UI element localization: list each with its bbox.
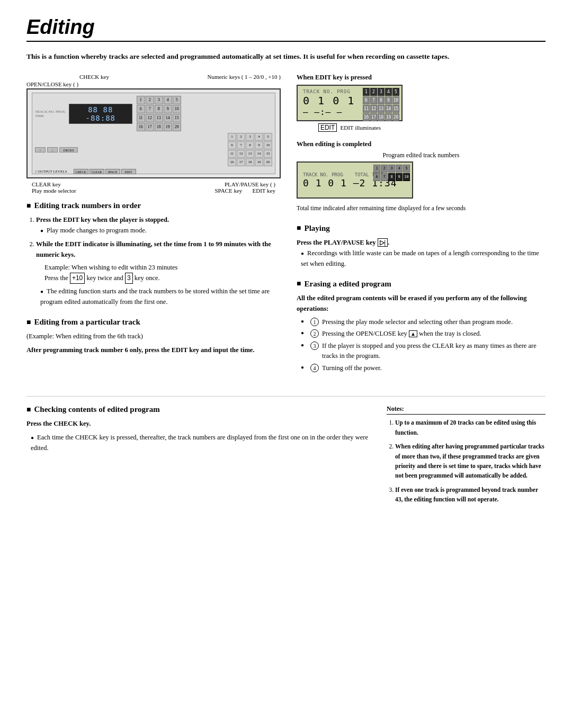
playing-bullets: Recordings with little waste can be made… <box>297 248 546 269</box>
edit-display-time: – –:– – <box>303 107 355 117</box>
numeric-keys-label: Numeric keys ( 1 – 20/0 , +10 ) <box>208 74 281 80</box>
plus10-key: +10 <box>70 273 85 284</box>
device-row-1: TRACK NO. PROGTIME 88 88 -88:88 12345 67… <box>35 96 272 131</box>
bottom-layout: Checking contents of edited program Pres… <box>26 396 546 508</box>
note-2-text: When editing after having programmed par… <box>395 443 544 479</box>
note-1-text: Up to a maximum of 20 tracks can be edit… <box>395 419 536 435</box>
numeric-grid-top: 12345 678910 1112131415 1617181920 <box>137 96 181 131</box>
bottom-labels-2: Play mode selector SPACE key EDIT key <box>26 187 281 194</box>
stop-btn[interactable]: STOP <box>121 178 136 178</box>
erasing-text-1: Pressing the play mode selector and sele… <box>322 317 513 327</box>
edit-pressed-panel: When EDIT key is pressed TRACK NO. PROG … <box>297 74 546 132</box>
erasing-text-3: If the player is stopped and you press t… <box>322 341 546 361</box>
step-2-bullets: The editing function starts and the trac… <box>36 286 281 307</box>
step-2-example: Example: When wishing to edit within 23 … <box>44 262 281 284</box>
checking-bullet: Each time the CHECK key is pressed, ther… <box>31 432 376 453</box>
checking-sub: Press the CHECK key. <box>26 418 376 429</box>
device-display: 88 88 -88:88 <box>69 104 132 124</box>
editing-from-track-body: (Example: When editing from the 6th trac… <box>26 331 281 355</box>
erasing-item-2: 2 Pressing the OPEN/CLOSE key ▲ when the… <box>301 329 546 339</box>
open-close-row: OPEN/CLOSE key ( ) <box>26 81 281 87</box>
device-box: TRACK NO. PROGTIME 88 88 -88:88 12345 67… <box>26 88 281 178</box>
editing-in-order-section: Editing track numbers in order Press the… <box>26 201 281 307</box>
transport-row: OPEN/CLOSE TRACK PROGRAM TIME SINGLE STO… <box>35 178 136 178</box>
edit-track-grid: 1 2 3 4 5 6 7 8 9 10 11 <box>363 88 399 121</box>
erasing-header: Erasing a edited program <box>297 280 546 289</box>
track-grid-display: 1 2 3 4 5 6 7 8 9 10 11 <box>363 88 399 121</box>
erasing-list: 1 Pressing the play mode selector and se… <box>297 317 546 373</box>
step-1-bullets: Play mode changes to program mode. <box>36 225 281 236</box>
notes-title: Notes: <box>387 405 546 415</box>
editing-in-order-header: Editing track numbers in order <box>26 201 281 210</box>
edit-key-indicator: EDIT <box>318 123 337 132</box>
checking-bullets: Each time the CHECK key is pressed, ther… <box>26 432 376 453</box>
left-column: CHECK key Numeric keys ( 1 – 20/0 , +10 … <box>26 74 281 383</box>
open-close-btn[interactable]: OPEN/CLOSE <box>35 178 52 178</box>
diagram-bottom-labels: CLEAR key PLAY/PAUSE key ( ) <box>26 181 281 187</box>
playing-header: Playing <box>297 224 546 233</box>
clear-key-label: CLEAR key <box>32 181 61 187</box>
editing-completed-subtitle: Program edited track numbers <box>297 151 546 159</box>
device-row-3: ↕ OUTPUT LEVELS CHECK CLEAR SPACE EDIT <box>35 169 272 174</box>
device-row-4: OPEN/CLOSE TRACK PROGRAM TIME SINGLE STO… <box>35 178 272 178</box>
device-row-2: ↑ ↓ DECK0 12345 678910 1112131415 161718… <box>35 133 272 166</box>
step-2-example-label: Example: When wishing to edit within 23 … <box>44 264 177 271</box>
erasing-text-2: Pressing the OPEN/CLOSE key ▲ when the t… <box>322 329 481 339</box>
checking-header: Checking contents of edited program <box>26 405 376 414</box>
step-1-text: Press the EDIT key when the player is st… <box>36 216 169 223</box>
erasing-section: Erasing a edited program All the edited … <box>297 280 546 373</box>
diagram-top-labels: CHECK key Numeric keys ( 1 – 20/0 , +10 … <box>26 74 281 80</box>
play-pause-key-label: PLAY/PAUSE key ( ) <box>225 181 275 187</box>
erasing-intro: All the edited program contents will be … <box>297 293 546 314</box>
notes-section: Notes: Up to a maximum of 20 tracks can … <box>387 405 546 508</box>
circle-2: 2 <box>310 329 319 338</box>
edit-illuminates-wrapper: EDIT EDIT illuminates <box>297 123 403 132</box>
main-layout: CHECK key Numeric keys ( 1 – 20/0 , +10 … <box>26 74 546 383</box>
track-btn[interactable]: TRACK <box>53 178 68 178</box>
circle-3: 3 <box>310 341 319 350</box>
check-key-label: CHECK key <box>79 74 109 80</box>
device-inner: TRACK NO. PROGTIME 88 88 -88:88 12345 67… <box>32 93 275 174</box>
open-close-label: OPEN/CLOSE key ( ) <box>26 81 78 87</box>
editing-completed-display-wrapper: TRACK NO. PROG TOTAL TIME 0 1 0 1 –2 1:3… <box>297 161 413 201</box>
circle-1: 1 <box>310 318 319 326</box>
device-diagram-wrapper: CHECK key Numeric keys ( 1 – 20/0 , +10 … <box>26 74 281 194</box>
editing-from-track-bold: After programming track number 6 only, p… <box>26 345 281 355</box>
right-column: When EDIT key is pressed TRACK NO. PROG … <box>297 74 546 383</box>
track-prog-label: TRACK NO. PROG <box>303 89 355 94</box>
playing-section: Playing Press the PLAY/PAUSE key ▷|. Rec… <box>297 224 546 269</box>
editing-in-order-steps: Press the EDIT key when the player is st… <box>26 214 281 307</box>
note-3-text: If even one track is programmed beyond t… <box>395 487 538 502</box>
checking-section: Checking contents of edited program Pres… <box>26 405 376 508</box>
step-1-bullet: Play mode changes to program mode. <box>40 225 281 236</box>
edit-pressed-title: When EDIT key is pressed <box>297 74 546 82</box>
note-3: If even one track is programmed beyond t… <box>395 485 546 505</box>
editing-from-track-section: Editing from a particular track (Example… <box>26 318 281 355</box>
edit-illuminates-label: EDIT EDIT illuminates <box>318 123 381 132</box>
step-2: While the EDIT indicator is illuminating… <box>36 239 281 307</box>
time-btn[interactable]: TIME <box>90 178 103 178</box>
program-btn[interactable]: PROGRAM <box>70 178 88 178</box>
editing-completed-title: When editing is completed <box>297 140 546 148</box>
step-2-bullet: The editing function starts and the trac… <box>40 286 281 307</box>
track-label: TRACK NO. PROGTIME <box>35 110 66 118</box>
output-level-label: ↕ OUTPUT LEVELS <box>35 169 67 174</box>
space-edit-labels: SPACE key EDIT key <box>215 187 275 194</box>
playing-bold: Press the PLAY/PAUSE key ▷|. <box>297 237 546 248</box>
note-2: When editing after having programmed par… <box>395 442 546 481</box>
button-row-2: ↑ ↓ DECK0 <box>35 147 78 152</box>
page-title: Editing <box>26 16 546 42</box>
editing-in-order-body: Press the EDIT key when the player is st… <box>26 214 281 307</box>
intro-text: This is a function whereby tracks are se… <box>26 51 546 62</box>
edit-pressed-display-wrapper: TRACK NO. PROG 0 1 0 1 – –:– – 1 2 3 4 5 <box>297 85 403 132</box>
notes-list: Up to a maximum of 20 tracks can be edit… <box>387 418 546 504</box>
step-2-example-text: Press the +10 key twice and 3 key once. <box>44 274 160 282</box>
erasing-item-4: 4 Turning off the power. <box>301 363 546 373</box>
playing-bullet: Recordings with little waste can be made… <box>301 248 546 269</box>
num-grid-1: 12345 678910 1112131415 1617181920 <box>137 96 181 131</box>
illuminates-text: EDIT illuminates <box>341 124 381 131</box>
single-btn[interactable]: SINGLE <box>105 178 120 178</box>
open-close-icon: ▲ <box>409 330 417 337</box>
play-mode-selector-label: Play mode selector <box>32 187 76 194</box>
edit-pressed-lcd: TRACK NO. PROG 0 1 0 1 – –:– – 1 2 3 4 5 <box>297 85 403 121</box>
